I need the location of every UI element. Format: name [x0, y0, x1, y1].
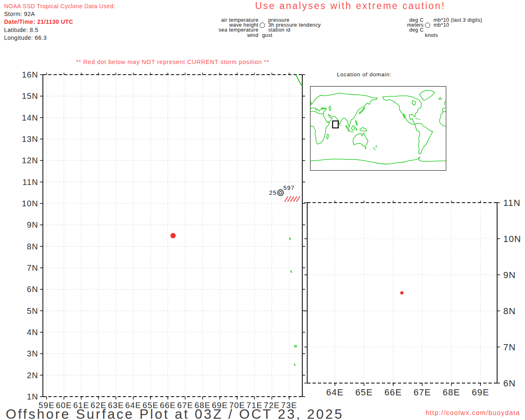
station-pressure-value: 597 — [283, 185, 295, 191]
y-tick-label: 11N — [503, 198, 520, 208]
y-tick-label: 9N — [503, 270, 516, 280]
y-tick-label: 10N — [22, 199, 38, 208]
y-tick-label: 6N — [503, 378, 516, 388]
y-tick-label: 9N — [27, 220, 39, 229]
y-tick-label: 12N — [22, 156, 38, 165]
station-outer-circle-icon — [278, 190, 283, 196]
y-tick-label: 1N — [27, 392, 39, 401]
storm-position-dot — [170, 233, 176, 238]
source-url-link[interactable]: http://coolwx.com/buoydata — [426, 409, 520, 417]
y-tick-label: 10N — [503, 234, 521, 244]
station-left-value: 25 — [269, 189, 277, 196]
plot-title: Offshore Surface Plot at 03Z / OCT 23, 2… — [6, 406, 344, 420]
y-tick-label: 7N — [503, 342, 516, 352]
zoomed-offshore-surface-plot: 64E65E66E67E68E69E6N7N8N9N10N11N — [304, 198, 521, 398]
island-speck — [290, 237, 290, 240]
x-tick-label: 68E — [443, 387, 460, 397]
gust-hatch-icon — [285, 196, 288, 202]
india-coast-fragment — [296, 75, 302, 87]
y-tick-label: 14N — [22, 113, 38, 122]
main-offshore-surface-plot: 59E60E61E62E63E64E65E66E67E68E69E70E71E7… — [22, 70, 305, 410]
y-tick-label: 2N — [27, 371, 39, 380]
gust-hatch-icon — [297, 196, 300, 202]
x-tick-label: 64E — [326, 387, 344, 397]
y-tick-label: 8N — [27, 242, 39, 251]
y-tick-label: 11N — [23, 178, 39, 187]
x-tick-label: 66E — [384, 387, 402, 397]
y-tick-label: 8N — [503, 306, 516, 316]
island-speck — [294, 345, 297, 347]
x-tick-label: 69E — [472, 387, 489, 397]
island-speck — [291, 270, 292, 273]
y-tick-label: 5N — [27, 306, 39, 315]
island-speck — [294, 364, 295, 366]
gust-hatch-icon — [293, 196, 297, 202]
y-tick-label: 6N — [27, 285, 39, 294]
station-inner-circle-icon — [279, 191, 282, 194]
y-tick-label: 16N — [22, 70, 38, 79]
x-tick-label: 65E — [355, 387, 373, 397]
y-tick-label: 7N — [27, 263, 39, 272]
coastline-fragments — [290, 75, 302, 366]
y-tick-label: 13N — [22, 135, 38, 144]
y-tick-label: 15N — [22, 91, 38, 100]
y-tick-label: 4N — [27, 328, 39, 337]
x-tick-label: 67E — [413, 387, 431, 397]
station-report: 25597 — [269, 185, 300, 202]
surface-plots-canvas: 59E60E61E62E63E64E65E66E67E68E69E70E71E7… — [0, 0, 525, 420]
storm-position-dot — [400, 291, 404, 294]
y-tick-label: 3N — [27, 349, 39, 358]
gust-hatch-icon — [290, 196, 294, 202]
